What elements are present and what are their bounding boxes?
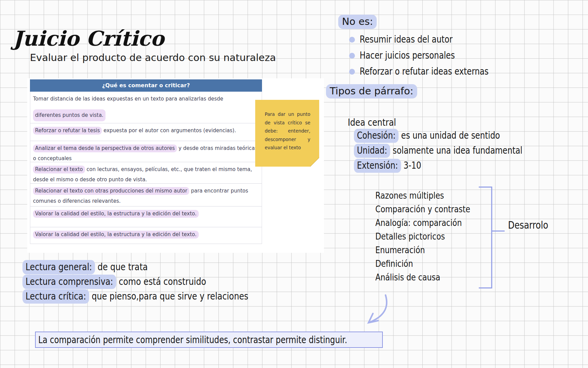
highlighted-phrase: diferentes puntos de vista.: [33, 109, 105, 121]
lecturas-list: Lectura general: de que trataLectura com…: [22, 261, 298, 305]
bullet-icon: [349, 37, 355, 43]
list-item: Detalles pictoricos: [375, 231, 470, 245]
list-item: Analogía: comparación: [375, 217, 470, 231]
bullet-icon: [349, 53, 355, 59]
highlighted-phrase: Reforzar o refutar la tesis: [33, 127, 102, 135]
list-item: Definición: [375, 258, 470, 272]
no-es-label: No es:: [338, 15, 377, 29]
no-es-list: Resumir ideas del autorHacer juicios per…: [349, 34, 517, 82]
table-body: Tomar distancia de las ideas expuestas e…: [30, 92, 262, 244]
idea-line-text: es una unidad de sentido: [398, 130, 500, 141]
highlighted-term: Lectura crítica:: [22, 289, 89, 304]
idea-central-line: Unidad: solamente una idea fundamental: [354, 145, 522, 160]
highlighted-term: Extensión:: [354, 159, 401, 173]
table-row: Reforzar o refutar la tesis expuesta por…: [30, 123, 262, 141]
subtitle: Evaluar el producto de acuerdo con su na…: [30, 52, 276, 63]
idea-central-line: Cohesión: es una unidad de sentido: [354, 130, 522, 145]
highlighted-term: Lectura general:: [22, 260, 95, 274]
sticky-note-line: debe: entender,: [265, 127, 310, 135]
sticky-note-line: de vista crítico se: [265, 119, 310, 127]
table-row: Tomar distancia de las ideas expuestas e…: [30, 92, 262, 123]
criticar-table: ¿Qué es comentar o criticar? Tomar dista…: [30, 79, 262, 244]
lectura-line-text: de que trata: [95, 261, 148, 273]
table-row: Relacionar el texto con lecturas, ensayo…: [30, 162, 262, 184]
highlighted-phrase: Relacionar el texto: [33, 166, 85, 173]
table-row: Valorar la calidad del estilo, la estruc…: [30, 227, 262, 244]
table-row: Valorar la calidad del estilo, la estruc…: [30, 206, 262, 227]
highlighted-term: Unidad:: [354, 144, 390, 158]
lectura-line: Lectura comprensiva: como está construid…: [22, 276, 248, 290]
sticky-note[interactable]: Para dar un puntode vista crítico sedebe…: [255, 100, 319, 167]
table-row: Analizar el tema desde la perspectiva de…: [30, 141, 262, 162]
list-item-label: Hacer juicios personales: [360, 50, 455, 61]
list-item: Comparación y contraste: [375, 204, 470, 217]
list-item: Análisis de causa: [375, 272, 470, 286]
list-item: Enumeración: [375, 245, 470, 258]
list-item-label: Reforzar o refutar ideas externas: [360, 66, 489, 77]
tipos-label: Tipos de párrafo:: [326, 84, 417, 98]
highlighted-term: Lectura comprensiva:: [22, 275, 116, 289]
highlighted-phrase: Valorar la calidad del estilo, la estruc…: [33, 231, 199, 239]
bullet-icon: [349, 69, 355, 75]
highlighted-phrase: Relacionar el texto con otras produccion…: [33, 187, 189, 195]
idea-line-text: solamente una idea fundamental: [390, 145, 522, 156]
idea-central-line: Extensión: 3-10: [354, 160, 522, 175]
no-es-heading: No es:: [338, 16, 377, 27]
conclusion-box: La comparación permite comprender simili…: [35, 332, 383, 348]
lectura-line: Lectura general: de que trata: [22, 261, 248, 276]
idea-central-lines: Cohesión: es una unidad de sentidoUnidad…: [354, 130, 559, 175]
page-title: Juicio Crítico: [13, 27, 164, 50]
idea-central-title: Idea central: [348, 117, 396, 128]
list-item: Hacer juicios personales: [349, 50, 517, 61]
sticky-note-line: evaluar el texto: [265, 143, 310, 152]
list-item: Resumir ideas del autor: [349, 34, 517, 45]
idea-line-text: 3-10: [401, 160, 421, 171]
highlighted-phrase: Valorar la calidad del estilo, la estruc…: [33, 210, 199, 218]
table-text: expuesta por el autor con argumentos (ev…: [102, 127, 236, 134]
curved-arrow-icon: [369, 295, 387, 323]
sticky-note-line: descomponer y: [265, 135, 310, 144]
list-item-label: Resumir ideas del autor: [360, 34, 453, 45]
tipos-heading: Tipos de párrafo:: [326, 85, 417, 97]
sticky-note-line: Para dar un punto: [265, 110, 310, 119]
lectura-line-text: que pienso,para que sirve y relaciones: [89, 290, 248, 302]
lectura-line: Lectura crítica: que pienso,para que sir…: [22, 290, 248, 305]
highlighted-phrase: Analizar el tema desde la perspectiva de…: [33, 144, 177, 152]
table-header: ¿Qué es comentar o criticar?: [30, 79, 262, 92]
table-text: Tomar distancia de las ideas expuestas e…: [33, 96, 223, 102]
list-item: Reforzar o refutar ideas externas: [349, 66, 517, 77]
conclusion-text: La comparación permite comprender simili…: [36, 334, 347, 346]
highlighted-term: Cohesión:: [354, 129, 398, 143]
sticky-note-text: Para dar un puntode vista crítico sedebe…: [255, 100, 319, 152]
desarrollo-label: Desarrolo: [508, 219, 548, 231]
desarrollo-list: Razones múltiplesComparación y contraste…: [375, 190, 491, 286]
lectura-line-text: como está construido: [116, 276, 206, 287]
list-item: Razones múltiples: [375, 190, 470, 204]
table-row: Relacionar el texto con otras produccion…: [30, 184, 262, 206]
